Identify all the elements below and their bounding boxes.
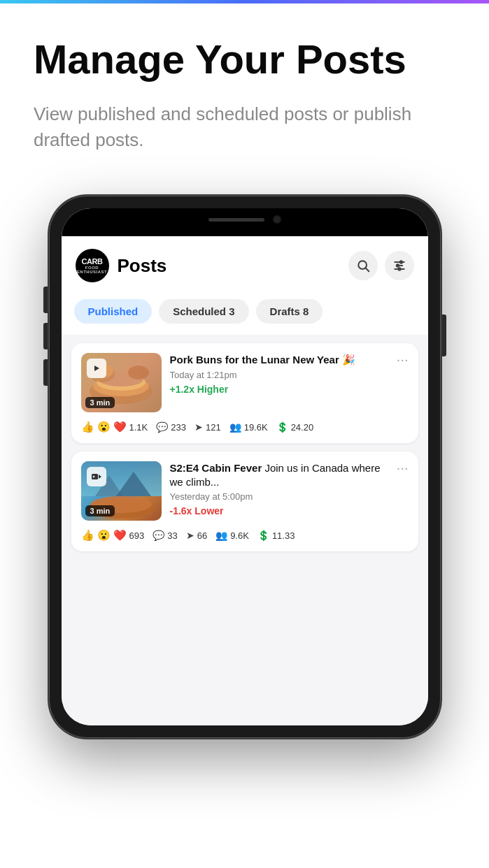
post-stats-1: 👍 😮 ❤️ 1.1K 💬 233 ➤ 121 xyxy=(81,421,409,433)
svg-marker-23 xyxy=(99,475,101,479)
like-icon-2: 👍 xyxy=(81,529,94,542)
post-more-2[interactable]: ··· xyxy=(392,460,409,521)
revenue-stat-2: 💲 11.33 xyxy=(257,530,295,541)
post-title-1: Pork Buns for the Lunar New Year 🎉 xyxy=(170,353,384,367)
wow-icon-1: 😮 xyxy=(97,421,111,433)
post-card-1[interactable]: 3 min Pork Buns for the Lunar New Year 🎉… xyxy=(71,343,418,443)
phone-wrapper: CARB FOOD ENTHUSIAST Posts xyxy=(0,196,489,738)
post-info-1: Pork Buns for the Lunar New Year 🎉 Today… xyxy=(170,353,384,412)
revenue-stat-1: 💲 24.20 xyxy=(276,421,314,433)
comment-icon-1: 💬 xyxy=(156,421,168,433)
svg-point-7 xyxy=(398,268,400,270)
money-icon-1: 💲 xyxy=(276,421,288,433)
post-more-1[interactable]: ··· xyxy=(392,352,409,412)
app-header: CARB FOOD ENTHUSIAST Posts xyxy=(62,236,428,292)
tab-published-label: Published xyxy=(88,305,139,317)
tab-scheduled-label: Scheduled xyxy=(173,305,226,317)
tab-drafts-label: Drafts xyxy=(270,305,300,317)
search-icon xyxy=(356,259,370,273)
comments-val-2: 33 xyxy=(167,530,177,541)
post-info-2: S2:E4 Cabin Fever Join us in Canada wher… xyxy=(170,461,384,521)
notch-bar xyxy=(208,218,264,222)
shares-stat-1: ➤ 121 xyxy=(194,421,221,433)
post-title-bold-2: S2:E4 Cabin Fever xyxy=(170,462,262,474)
tab-published[interactable]: Published xyxy=(74,299,153,324)
post-card-2-top: 3 min S2:E4 Cabin Fever Join us in Canad… xyxy=(81,461,409,521)
post-thumb-1: 3 min xyxy=(81,353,162,412)
reactions-stat-2: 👍 😮 ❤️ 693 xyxy=(81,529,145,542)
svg-point-5 xyxy=(399,261,402,263)
like-icon-1: 👍 xyxy=(81,421,94,433)
reactions-stat-1: 👍 😮 ❤️ 1.1K xyxy=(81,421,148,433)
post-time-2: Yesterday at 5:00pm xyxy=(170,491,384,502)
money-icon-2: 💲 xyxy=(257,530,269,541)
phone-inner: CARB FOOD ENTHUSIAST Posts xyxy=(62,208,428,725)
tab-scheduled[interactable]: Scheduled 3 xyxy=(159,299,248,324)
play-badge-1 xyxy=(87,359,106,378)
post-thumb-2: 3 min xyxy=(81,461,162,521)
share-icon-1: ➤ xyxy=(194,421,203,433)
reach-stat-2: 👥 9.6K xyxy=(215,530,249,541)
reactions-val-1: 1.1K xyxy=(129,422,148,433)
wow-icon-2: 😮 xyxy=(97,529,111,542)
hero-title: Manage Your Posts xyxy=(34,37,455,82)
shares-stat-2: ➤ 66 xyxy=(186,530,207,541)
post-card-2[interactable]: 3 min S2:E4 Cabin Fever Join us in Canad… xyxy=(71,451,418,551)
tabs-row: Published Scheduled 3 Drafts 8 xyxy=(62,292,428,335)
logo-carb: CARB xyxy=(76,257,109,266)
notch-area xyxy=(62,208,428,236)
app-header-title: Posts xyxy=(118,255,340,277)
reach-icon-2: 👥 xyxy=(215,530,227,541)
comments-val-1: 233 xyxy=(171,422,186,433)
search-button[interactable] xyxy=(348,251,378,280)
svg-point-24 xyxy=(92,476,94,478)
svg-line-1 xyxy=(365,268,369,272)
svg-point-14 xyxy=(128,366,149,379)
duration-badge-1: 3 min xyxy=(85,397,115,408)
reach-val-2: 9.6K xyxy=(230,530,249,541)
app-logo: CARB FOOD ENTHUSIAST xyxy=(76,249,109,282)
comments-stat-1: 💬 233 xyxy=(156,421,186,433)
header-icons xyxy=(348,251,414,280)
video-icon-2 xyxy=(92,472,101,481)
logo-subtitle: FOOD ENTHUSIAST xyxy=(76,266,109,275)
posts-list: 3 min Pork Buns for the Lunar New Year 🎉… xyxy=(62,335,428,560)
notch-camera xyxy=(273,215,281,224)
duration-badge-2: 3 min xyxy=(85,505,115,516)
filter-icon xyxy=(392,259,406,273)
heart-icon-1: ❤️ xyxy=(113,421,127,433)
svg-marker-15 xyxy=(94,366,99,371)
comment-icon-2: 💬 xyxy=(153,530,164,541)
shares-val-2: 66 xyxy=(197,530,207,541)
hero-subtitle: View published and scheduled posts or pu… xyxy=(34,101,455,154)
notch xyxy=(182,208,308,231)
post-card-1-top: 3 min Pork Buns for the Lunar New Year 🎉… xyxy=(81,353,409,412)
phone-mockup: CARB FOOD ENTHUSIAST Posts xyxy=(49,196,441,738)
app-logo-text: CARB FOOD ENTHUSIAST xyxy=(76,257,109,275)
shares-val-1: 121 xyxy=(206,422,221,433)
revenue-val-1: 24.20 xyxy=(291,422,314,433)
post-perf-2: -1.6x Lower xyxy=(170,505,384,516)
post-title-2: S2:E4 Cabin Fever Join us in Canada wher… xyxy=(170,461,384,489)
filter-button[interactable] xyxy=(385,251,414,280)
comments-stat-2: 💬 33 xyxy=(153,530,177,541)
post-perf-1: +1.2x Higher xyxy=(170,384,384,395)
tab-drafts[interactable]: Drafts 8 xyxy=(256,299,323,324)
play-icon-1 xyxy=(92,364,101,372)
share-icon-2: ➤ xyxy=(186,530,194,541)
revenue-val-2: 11.33 xyxy=(272,530,295,541)
tab-scheduled-count: 3 xyxy=(229,305,234,317)
post-stats-2: 👍 😮 ❤️ 693 💬 33 ➤ 66 xyxy=(81,529,409,542)
reach-val-1: 19.6K xyxy=(244,422,268,433)
heart-icon-2: ❤️ xyxy=(113,529,127,542)
reach-stat-1: 👥 19.6K xyxy=(229,421,268,433)
post-time-1: Today at 1:21pm xyxy=(170,370,384,380)
reactions-val-2: 693 xyxy=(129,530,145,541)
video-badge-2 xyxy=(87,467,106,486)
tab-drafts-count: 8 xyxy=(303,305,309,317)
svg-point-4 xyxy=(396,265,398,267)
app-content: CARB FOOD ENTHUSIAST Posts xyxy=(62,236,428,725)
hero-section: Manage Your Posts View published and sch… xyxy=(0,3,489,154)
reach-icon-1: 👥 xyxy=(229,421,241,433)
